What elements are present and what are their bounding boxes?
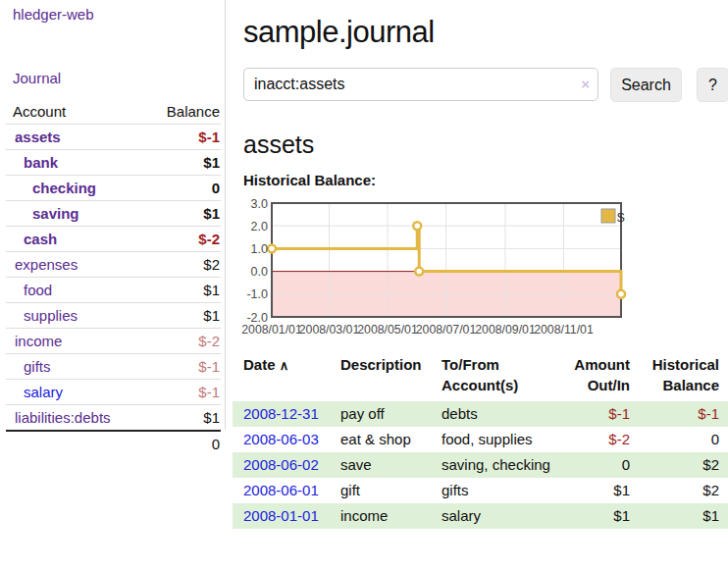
y-tick-label: 0.0: [251, 265, 268, 279]
transaction-balance: $-1: [635, 401, 728, 427]
x-tick-label: 2008/09/01: [475, 323, 536, 337]
header-date[interactable]: Date ∧: [233, 351, 340, 401]
transaction-row: 2008-06-03 eat & shop food, supplies $-2…: [233, 427, 728, 452]
account-row: saving $1: [6, 201, 221, 227]
account-row: assets $-1: [6, 125, 221, 150]
account-row: checking 0: [6, 176, 221, 201]
account-link[interactable]: supplies: [24, 305, 78, 326]
x-tick-label: 2008/01/01: [241, 323, 302, 337]
transaction-date-link[interactable]: 2008-01-01: [243, 507, 319, 524]
account-link[interactable]: assets: [15, 127, 61, 147]
header-date-label: Date: [243, 356, 276, 373]
y-tick-label: 2.0: [251, 220, 268, 234]
account-row: supplies $1: [6, 303, 221, 329]
header-account: To/From Account(s): [442, 351, 554, 401]
transaction-accounts: gifts: [442, 478, 554, 503]
transaction-description: pay off: [340, 401, 442, 427]
page-title: sample.journal: [243, 15, 435, 50]
header-amount: Amount Out/In: [554, 351, 635, 401]
historical-balance-chart[interactable]: $3.02.01.00.0-1.0-2.02008/01/012008/03/0…: [235, 198, 628, 343]
transaction-description: eat & shop: [340, 427, 442, 452]
sidebar: hledger-web Journal Account Balance asse…: [0, 0, 226, 430]
account-balance: $2: [141, 252, 221, 278]
account-link[interactable]: salary: [24, 382, 63, 402]
account-balance: $1: [141, 278, 221, 303]
account-row: income $-2: [6, 329, 221, 354]
accounts-header-account: Account: [6, 101, 141, 125]
transaction-accounts: debts: [442, 401, 554, 427]
app-title-link[interactable]: hledger-web: [13, 6, 94, 23]
account-link[interactable]: gifts: [24, 356, 51, 377]
main-panel: sample.journal × Search ? assets Histori…: [226, 0, 728, 571]
account-balance: 0: [141, 176, 221, 201]
transaction-description: income: [340, 503, 442, 529]
account-row: food $1: [6, 278, 221, 303]
transaction-description: gift: [340, 478, 442, 503]
account-balance: $-2: [141, 227, 221, 252]
data-point-marker: [413, 222, 421, 230]
header-description: Description: [340, 351, 442, 401]
legend-label: $: [617, 210, 625, 225]
account-link[interactable]: food: [24, 280, 52, 300]
transaction-date-link[interactable]: 2008-06-03: [243, 431, 319, 447]
transaction-date-link[interactable]: 2008-06-02: [243, 456, 319, 473]
legend-swatch: [601, 209, 615, 223]
transaction-row: 2008-01-01 income salary $1 $1: [233, 503, 728, 529]
account-balance: $-1: [141, 125, 221, 150]
transaction-balance: 0: [635, 427, 728, 452]
transaction-amount: $1: [554, 478, 635, 503]
account-row: cash $-2: [6, 227, 221, 252]
account-row: expenses $2: [6, 252, 221, 278]
account-link[interactable]: cash: [24, 229, 57, 249]
data-point-marker: [415, 268, 423, 276]
transactions-header-row: Date ∧ Description To/From Account(s) Am…: [233, 351, 728, 401]
transactions-table: Date ∧ Description To/From Account(s) Am…: [233, 351, 728, 529]
account-link[interactable]: checking: [32, 178, 96, 198]
transaction-row: 2008-12-31 pay off debts $-1 $-1: [233, 401, 728, 427]
account-link[interactable]: expenses: [15, 254, 78, 275]
x-tick-label: 2008/03/01: [299, 323, 360, 337]
accounts-total-row: 0: [6, 431, 221, 456]
account-balance: $-1: [141, 380, 221, 405]
transaction-row: 2008-06-01 gift gifts $1 $2: [233, 478, 728, 503]
data-point-marker: [268, 244, 276, 252]
account-link[interactable]: saving: [32, 203, 79, 224]
account-balance: $-1: [141, 354, 221, 380]
sidebar-item-journal[interactable]: Journal: [13, 70, 61, 86]
account-balance: $1: [141, 201, 221, 227]
transaction-amount: $-1: [554, 401, 635, 427]
y-tick-label: -1.0: [246, 287, 268, 301]
transaction-description: save: [340, 452, 442, 478]
help-button[interactable]: ?: [697, 68, 728, 102]
search-box: ×: [243, 68, 598, 101]
x-tick-label: 2008/11/01: [534, 323, 594, 337]
transaction-balance: $2: [635, 478, 728, 503]
transaction-accounts: food, supplies: [442, 427, 554, 452]
y-tick-label: 3.0: [251, 197, 268, 211]
clear-search-icon[interactable]: ×: [581, 76, 590, 92]
x-tick-label: 2008/05/01: [357, 323, 418, 337]
account-row: gifts $-1: [6, 354, 221, 380]
search-input[interactable]: [243, 68, 598, 101]
sort-ascending-icon: ∧: [280, 358, 289, 373]
transaction-date-link[interactable]: 2008-12-31: [243, 405, 319, 422]
account-link[interactable]: liabilities:debts: [15, 407, 111, 428]
account-balance: $1: [141, 303, 221, 329]
header-balance: Historical Balance: [635, 351, 728, 401]
y-tick-label: 1.0: [251, 242, 268, 256]
accounts-header-row: Account Balance: [6, 101, 221, 125]
transaction-amount: 0: [554, 452, 635, 478]
account-balance: $1: [141, 150, 221, 176]
account-balance: $-2: [141, 329, 221, 354]
account-row: salary $-1: [6, 380, 221, 405]
account-link[interactable]: bank: [24, 152, 58, 173]
search-button[interactable]: Search: [610, 68, 682, 102]
transaction-amount: $-2: [554, 427, 635, 452]
account-row: bank $1: [6, 150, 221, 176]
x-tick-label: 2008/07/01: [416, 323, 477, 337]
accounts-header-balance: Balance: [141, 101, 221, 125]
account-link[interactable]: income: [15, 331, 62, 351]
transaction-date-link[interactable]: 2008-06-01: [243, 482, 319, 498]
transaction-balance: $1: [635, 503, 728, 529]
transaction-accounts: saving, checking: [442, 452, 554, 478]
